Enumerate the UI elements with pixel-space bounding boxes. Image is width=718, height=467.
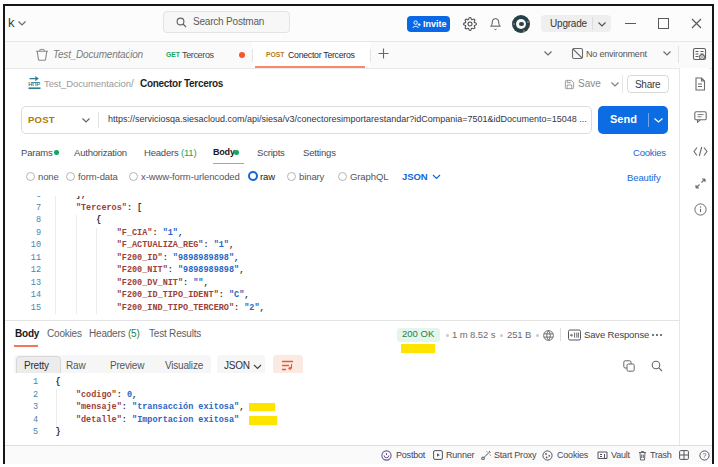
svg-text:?: ? — [703, 452, 707, 459]
svg-text:HTTP: HTTP — [28, 81, 40, 87]
